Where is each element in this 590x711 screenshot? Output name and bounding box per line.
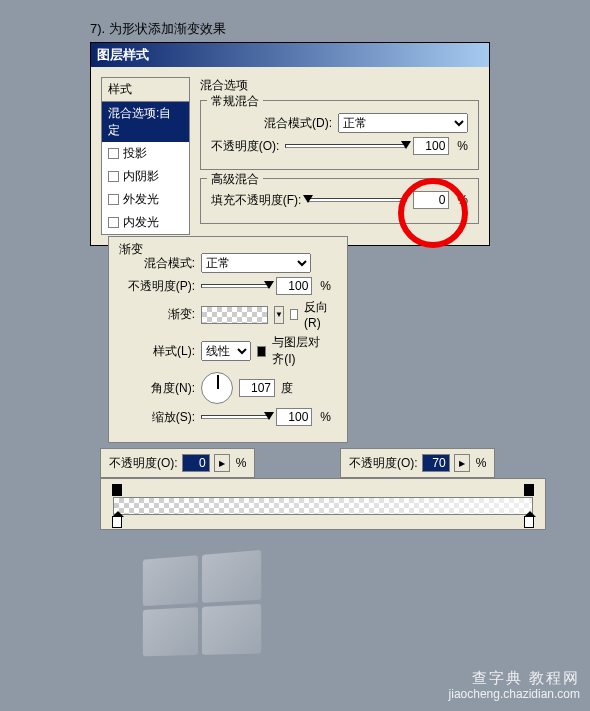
pct-label: % bbox=[236, 456, 247, 470]
result-preview bbox=[140, 555, 260, 655]
gradient-dropdown-icon[interactable]: ▼ bbox=[274, 306, 284, 324]
opacity-stop-left[interactable] bbox=[112, 484, 122, 496]
angle-label: 角度(N): bbox=[125, 380, 195, 397]
pct-label: % bbox=[320, 410, 331, 424]
gradient-label: 渐变: bbox=[125, 306, 195, 323]
windows-logo-icon bbox=[143, 550, 261, 656]
gradient-panel-label: 渐变 bbox=[115, 241, 147, 258]
grad-style-label: 样式(L): bbox=[125, 343, 195, 360]
style-item-inner-shadow[interactable]: 内阴影 bbox=[102, 165, 189, 188]
opacity-stop-right[interactable] bbox=[524, 484, 534, 496]
checkbox-icon[interactable] bbox=[108, 217, 119, 228]
color-stop-left[interactable] bbox=[112, 516, 122, 528]
scale-label: 缩放(S): bbox=[125, 409, 195, 426]
opacity-input[interactable] bbox=[413, 137, 449, 155]
general-blending-fieldset: 常规混合 混合模式(D): 正常 不透明度(O): % bbox=[200, 100, 479, 170]
fill-opacity-slider[interactable] bbox=[307, 198, 407, 202]
checkbox-icon[interactable] bbox=[108, 194, 119, 205]
checkbox-icon[interactable] bbox=[108, 171, 119, 182]
angle-unit: 度 bbox=[281, 380, 293, 397]
gradient-preview[interactable] bbox=[201, 306, 268, 324]
general-blending-label: 常规混合 bbox=[207, 93, 263, 110]
grad-opacity-label: 不透明度(P): bbox=[125, 278, 195, 295]
highlight-circle-icon bbox=[398, 178, 468, 248]
play-button-icon[interactable]: ▶ bbox=[454, 454, 470, 472]
opacity-slider[interactable] bbox=[285, 144, 407, 148]
angle-input[interactable] bbox=[239, 379, 275, 397]
play-button-icon[interactable]: ▶ bbox=[214, 454, 230, 472]
grad-opacity-slider[interactable] bbox=[201, 284, 270, 288]
gradient-overlay-panel: 渐变 混合模式: 正常 不透明度(P): % 渐变: ▼ 反向(R) 样式(L)… bbox=[108, 236, 348, 443]
align-checkbox[interactable] bbox=[257, 346, 266, 357]
gradient-track[interactable] bbox=[113, 497, 533, 515]
style-item-inner-glow[interactable]: 内发光 bbox=[102, 211, 189, 234]
align-label: 与图层对齐(I) bbox=[272, 334, 331, 368]
gradient-editor bbox=[100, 478, 546, 530]
opacity-right-label: 不透明度(O): bbox=[349, 455, 418, 472]
blend-mode-select[interactable]: 正常 bbox=[338, 113, 468, 133]
opacity-left-box: 不透明度(O): ▶ % bbox=[100, 448, 255, 478]
pct-label: % bbox=[476, 456, 487, 470]
dialog-title: 图层样式 bbox=[91, 43, 489, 67]
scale-slider[interactable] bbox=[201, 415, 270, 419]
opacity-left-input[interactable] bbox=[182, 454, 210, 472]
opacity-right-box: 不透明度(O): ▶ % bbox=[340, 448, 495, 478]
fill-opacity-label: 填充不透明度(F): bbox=[211, 192, 302, 209]
opacity-left-label: 不透明度(O): bbox=[109, 455, 178, 472]
reverse-checkbox[interactable] bbox=[290, 309, 298, 320]
scale-input[interactable] bbox=[276, 408, 312, 426]
angle-dial[interactable] bbox=[201, 372, 233, 404]
watermark-url: jiaocheng.chazidian.com bbox=[449, 687, 580, 703]
color-stop-right[interactable] bbox=[524, 516, 534, 528]
step-7-label: 7). 为形状添加渐变效果 bbox=[90, 20, 226, 38]
advanced-blending-label: 高级混合 bbox=[207, 171, 263, 188]
pct-label: % bbox=[457, 139, 468, 153]
watermark: 查字典 教程网 jiaocheng.chazidian.com bbox=[449, 668, 580, 703]
watermark-title: 查字典 教程网 bbox=[449, 668, 580, 688]
grad-blend-mode-select[interactable]: 正常 bbox=[201, 253, 311, 273]
reverse-label: 反向(R) bbox=[304, 299, 331, 330]
grad-opacity-input[interactable] bbox=[276, 277, 312, 295]
blend-mode-label: 混合模式(D): bbox=[264, 115, 332, 132]
style-list-header: 样式 bbox=[102, 78, 189, 102]
blending-options-label: 混合选项 bbox=[200, 77, 479, 94]
pct-label: % bbox=[320, 279, 331, 293]
checkbox-icon[interactable] bbox=[108, 148, 119, 159]
style-list[interactable]: 样式 混合选项:自定 投影 内阴影 外发光 内发光 bbox=[101, 77, 190, 235]
opacity-label: 不透明度(O): bbox=[211, 138, 280, 155]
style-item-drop-shadow[interactable]: 投影 bbox=[102, 142, 189, 165]
style-item-outer-glow[interactable]: 外发光 bbox=[102, 188, 189, 211]
opacity-right-input[interactable] bbox=[422, 454, 450, 472]
style-item-blend-options[interactable]: 混合选项:自定 bbox=[102, 102, 189, 142]
grad-style-select[interactable]: 线性 bbox=[201, 341, 251, 361]
